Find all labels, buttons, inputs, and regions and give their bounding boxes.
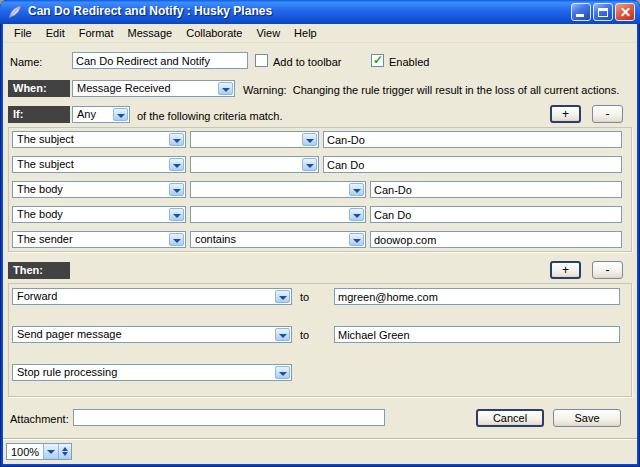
criteria-field-select[interactable]: The subject: [12, 131, 186, 148]
chevron-down-icon: [275, 328, 290, 341]
menu-help[interactable]: Help: [287, 25, 324, 41]
action-row: Forward to: [12, 288, 624, 305]
enabled-label: Enabled: [389, 56, 429, 68]
chevron-down-icon[interactable]: [43, 444, 58, 459]
menu-bar: File Edit Format Message Collaborate Vie…: [3, 24, 637, 43]
chevron-down-icon: [169, 133, 184, 146]
chevron-down-icon: [218, 82, 233, 95]
remove-action-button[interactable]: -: [592, 261, 623, 279]
chevron-down-icon: [349, 208, 364, 221]
name-input[interactable]: [72, 52, 248, 69]
criteria-field-select[interactable]: The subject: [12, 156, 186, 173]
save-button[interactable]: Save: [553, 409, 621, 427]
title-bar[interactable]: Can Do Redirect and Notify : Husky Plane…: [0, 0, 640, 24]
then-section-label: Then:: [8, 262, 70, 279]
remove-criterion-button[interactable]: -: [592, 105, 623, 123]
window-controls: [571, 3, 635, 21]
menu-format[interactable]: Format: [72, 25, 121, 41]
chevron-down-icon: [169, 158, 184, 171]
close-button[interactable]: [615, 3, 635, 21]
trigger-warning-text: Warning: Changing the rule trigger will …: [243, 84, 619, 96]
chevron-down-icon: [275, 366, 290, 379]
criteria-value-input[interactable]: [323, 156, 622, 173]
chevron-down-icon: [349, 233, 364, 246]
menu-collaborate[interactable]: Collaborate: [179, 25, 249, 41]
action-select[interactable]: Forward: [12, 288, 292, 305]
criteria-value-input[interactable]: [370, 231, 622, 248]
criteria-field-select[interactable]: The sender: [12, 231, 186, 248]
action-value-input[interactable]: [334, 326, 620, 343]
menu-file[interactable]: File: [7, 25, 39, 41]
maximize-button[interactable]: [593, 3, 613, 21]
arrow-down-icon: [62, 452, 68, 456]
minimize-icon: [576, 14, 584, 17]
maximize-icon: [598, 8, 608, 17]
add-action-button[interactable]: +: [550, 261, 581, 279]
criteria-row: The subject: [12, 131, 624, 148]
action-select[interactable]: Stop rule processing: [12, 364, 292, 381]
criteria-row: The body: [12, 181, 624, 198]
criteria-operator-select[interactable]: [190, 156, 319, 173]
add-to-toolbar-label: Add to toolbar: [273, 56, 342, 68]
action-select[interactable]: Send pager message: [12, 326, 292, 343]
if-section-label: If:: [8, 106, 70, 123]
criteria-row: The subject: [12, 156, 624, 173]
criteria-operator-select[interactable]: [190, 206, 366, 223]
action-value-input[interactable]: [334, 288, 620, 305]
chevron-down-icon: [302, 158, 317, 171]
zoom-level: 100%: [7, 444, 43, 459]
enabled-checkbox[interactable]: [371, 54, 384, 67]
attachment-label: Attachment:: [10, 413, 69, 425]
criteria-operator-select[interactable]: [190, 131, 319, 148]
menu-view[interactable]: View: [249, 25, 287, 41]
chevron-down-icon: [275, 290, 290, 303]
attachment-input[interactable]: [73, 409, 385, 426]
chevron-down-icon: [113, 108, 128, 121]
criteria-value-input[interactable]: [370, 181, 622, 198]
criteria-row: The body: [12, 206, 624, 223]
criteria-operator-select[interactable]: contains: [190, 231, 366, 248]
criteria-field-select[interactable]: The body: [12, 181, 186, 198]
menu-message[interactable]: Message: [121, 25, 180, 41]
rule-editor-window: Can Do Redirect and Notify : Husky Plane…: [0, 0, 640, 467]
cancel-button[interactable]: Cancel: [476, 409, 544, 427]
chevron-down-icon: [169, 233, 184, 246]
chevron-down-icon: [169, 208, 184, 221]
criteria-operator-select[interactable]: [190, 181, 366, 198]
criteria-row: The sender contains: [12, 231, 624, 248]
when-section-label: When:: [8, 80, 70, 97]
add-criterion-button[interactable]: +: [550, 105, 581, 123]
add-to-toolbar-checkbox[interactable]: [255, 54, 268, 67]
zoom-control[interactable]: 100%: [6, 443, 72, 460]
criteria-value-input[interactable]: [370, 206, 622, 223]
minimize-button[interactable]: [571, 3, 591, 21]
window-title: Can Do Redirect and Notify : Husky Plane…: [28, 4, 272, 18]
chevron-down-icon: [169, 183, 184, 196]
action-row: Stop rule processing: [12, 364, 624, 381]
menu-edit[interactable]: Edit: [39, 25, 72, 41]
window-icon: [7, 4, 23, 20]
action-connector-label: to: [300, 291, 309, 303]
action-row: Send pager message to: [12, 326, 624, 343]
criteria-field-select[interactable]: The body: [12, 206, 186, 223]
statusbar-separator: [3, 438, 637, 440]
when-trigger-select[interactable]: Message Received: [72, 80, 235, 97]
arrow-up-icon: [62, 447, 68, 451]
action-connector-label: to: [300, 329, 309, 341]
chevron-down-icon: [349, 183, 364, 196]
criteria-match-suffix: of the following criteria match.: [137, 110, 283, 122]
criteria-match-select[interactable]: Any: [72, 106, 130, 123]
criteria-value-input[interactable]: [323, 131, 622, 148]
name-label: Name:: [10, 56, 42, 68]
chevron-down-icon: [302, 133, 317, 146]
zoom-spinner[interactable]: [58, 444, 71, 459]
